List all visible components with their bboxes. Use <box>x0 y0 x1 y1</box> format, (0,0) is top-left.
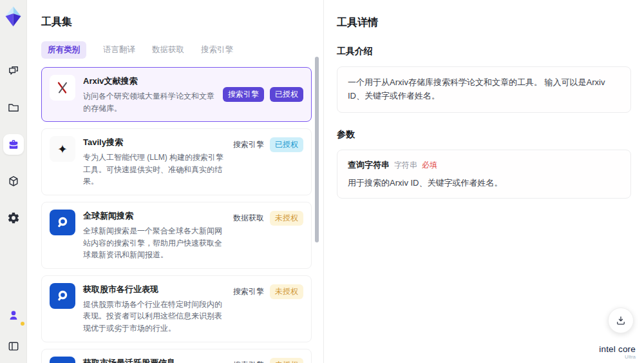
files-nav-button[interactable] <box>3 97 24 118</box>
status-badge: 已授权 <box>270 87 303 102</box>
category-badge: 搜索引擎 <box>223 87 264 102</box>
toolbox-icon <box>7 138 20 151</box>
app-window: 工具集 所有类别 语言翻译 数据获取 搜索引擎 Arxiv文献搜索 访问各个研究… <box>0 0 644 363</box>
intro-section-title: 工具介绍 <box>337 46 631 57</box>
category-label: 搜索引擎 <box>233 360 264 363</box>
tool-name: 获取市场最活跃股票信息 <box>83 357 225 363</box>
tool-card-tavily[interactable]: ✦ Tavily搜索 专为人工智能代理 (LLM) 构建的搜索引擎工具。可快速提… <box>41 128 312 195</box>
intro-box: 一个用于从Arxiv存储库搜索科学论文和文章的工具。 输入可以是Arxiv ID… <box>337 66 631 113</box>
page-title: 工具集 <box>41 15 323 29</box>
chat-nav-button[interactable] <box>3 61 24 81</box>
intel-ultra-text: Ultra <box>599 354 636 360</box>
news-search-icon <box>50 210 75 235</box>
param-box: 查询字符串 字符串 必填 用于搜索的Arxiv ID、关键字或作者姓名。 <box>337 150 631 199</box>
sidebar-bottom <box>3 305 24 357</box>
list-scrollbar-track[interactable] <box>315 55 319 360</box>
status-badge: 未授权 <box>270 284 303 299</box>
user-icon <box>7 309 20 322</box>
tool-card-active-stocks[interactable]: 获取市场最活跃股票信息 提供当天交易量最高的股票列表，投资者可以利用这些信息来识… <box>41 349 312 363</box>
param-type: 字符串 <box>394 160 417 171</box>
params-section-title: 参数 <box>337 129 631 141</box>
category-label: 数据获取 <box>233 213 264 224</box>
stock-search-icon <box>50 283 75 309</box>
tools-nav-button[interactable] <box>3 134 24 155</box>
tool-name: Tavily搜索 <box>83 137 225 148</box>
tool-description: 专为人工智能代理 (LLM) 构建的搜索引擎工具。可快速提供实时、准确和真实的结… <box>83 152 225 188</box>
sidebar-nav <box>3 61 24 228</box>
param-name: 查询字符串 <box>348 159 390 171</box>
download-icon <box>615 315 627 326</box>
download-button[interactable] <box>608 308 634 333</box>
tool-name: 获取股市各行业表现 <box>83 284 225 295</box>
detail-title: 工具详情 <box>337 16 631 30</box>
arxiv-logo-icon <box>50 75 75 101</box>
chat-icon <box>7 64 20 77</box>
tool-intro-text: 一个用于从Arxiv存储库搜索科学论文和文章的工具。 输入可以是Arxiv ID… <box>348 76 620 103</box>
category-tabs: 所有类别 语言翻译 数据获取 搜索引擎 <box>41 41 323 59</box>
tool-name: Arxiv文献搜索 <box>83 75 215 87</box>
param-required-flag: 必填 <box>422 160 437 171</box>
param-description: 用于搜索的Arxiv ID、关键字或作者姓名。 <box>348 177 620 189</box>
status-badge: 已授权 <box>270 137 303 152</box>
collapse-sidebar-button[interactable] <box>3 336 24 357</box>
app-logo-icon <box>5 6 22 27</box>
tool-description: 全球新闻搜索是一个聚合全球各大新闻网站内容的搜索引擎，帮助用户快速获取全球最新资… <box>83 225 225 261</box>
tool-name: 全球新闻搜索 <box>83 210 225 222</box>
tool-card-global-news[interactable]: 全球新闻搜索 全球新闻搜索是一个聚合全球各大新闻网站内容的搜索引擎，帮助用户快速… <box>41 202 312 269</box>
tool-detail-panel: 工具详情 工具介绍 一个用于从Arxiv存储库搜索科学论文和文章的工具。 输入可… <box>323 0 644 363</box>
cube-icon <box>7 175 20 188</box>
tool-card-arxiv[interactable]: Arxiv文献搜索 访问各个研究领域大量科学论文和文章的存储库。 搜索引擎 已授… <box>41 67 312 122</box>
settings-nav-button[interactable] <box>3 208 24 228</box>
category-label: 搜索引擎 <box>233 139 264 150</box>
tool-description: 提供股票市场各个行业在特定时间段内的表现。投资者可以利用这些信息来识别表现优于或… <box>83 299 225 335</box>
tab-search-engine[interactable]: 搜索引擎 <box>201 44 233 55</box>
intel-core-text: intel core <box>599 344 636 354</box>
tab-all-categories[interactable]: 所有类别 <box>41 41 86 59</box>
status-badge: 未授权 <box>270 358 303 363</box>
stock-search-icon <box>50 357 75 363</box>
gear-icon <box>7 211 20 224</box>
panel-toggle-icon <box>7 340 20 353</box>
models-nav-button[interactable] <box>3 171 24 191</box>
category-label: 搜索引擎 <box>233 286 264 297</box>
user-avatar-button[interactable] <box>3 305 24 326</box>
tool-card-sector-performance[interactable]: 获取股市各行业表现 提供股票市场各个行业在特定时间段内的表现。投资者可以利用这些… <box>41 275 312 342</box>
status-badge: 未授权 <box>270 211 303 226</box>
intel-core-logo: intel core Ultra <box>599 343 636 360</box>
list-scrollbar-thumb[interactable] <box>315 57 319 242</box>
sidebar-rail <box>0 0 27 363</box>
tab-translation[interactable]: 语言翻译 <box>103 44 135 55</box>
tavily-star-icon: ✦ <box>50 136 75 162</box>
avatar-status-dot <box>21 322 24 326</box>
tab-data-fetch[interactable]: 数据获取 <box>152 44 184 55</box>
tool-list-panel: 工具集 所有类别 语言翻译 数据获取 搜索引擎 Arxiv文献搜索 访问各个研究… <box>27 0 323 363</box>
tool-description: 访问各个研究领域大量科学论文和文章的存储库。 <box>83 90 215 114</box>
tool-card-list: Arxiv文献搜索 访问各个研究领域大量科学论文和文章的存储库。 搜索引擎 已授… <box>41 67 312 363</box>
folder-icon <box>7 101 20 114</box>
